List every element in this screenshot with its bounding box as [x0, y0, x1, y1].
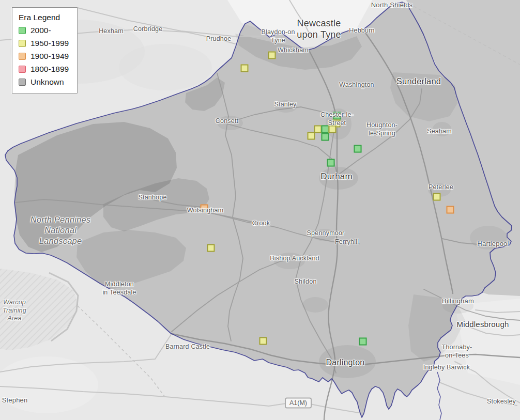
legend-swatch [19, 53, 26, 60]
legend-item: 1800-1899 [19, 65, 69, 74]
legend-items: 2000-1950-19991900-19491800-1899Unknown [19, 26, 69, 87]
legend-item: 1950-1999 [19, 39, 69, 48]
era-marker[interactable] [322, 126, 329, 133]
legend-item-label: Unknown [30, 77, 64, 87]
legend-swatch [19, 27, 26, 34]
era-marker[interactable] [308, 132, 315, 140]
legend-swatch [19, 40, 26, 47]
era-marker[interactable] [322, 133, 329, 141]
road-shield-label: A1(M) [289, 399, 307, 407]
era-marker[interactable] [433, 193, 441, 201]
era-marker[interactable] [354, 145, 362, 153]
legend-item: 2000- [19, 26, 69, 35]
era-marker[interactable] [314, 126, 322, 133]
era-marker[interactable] [327, 159, 335, 167]
legend-item-label: 1950-1999 [30, 39, 69, 48]
era-marker[interactable] [207, 244, 215, 252]
legend-swatch [19, 66, 26, 73]
map-canvas[interactable]: Newcastleupon TyneSunderlandDurhamDarlin… [0, 0, 520, 420]
era-marker[interactable] [201, 205, 208, 212]
legend-item: Unknown [19, 77, 69, 87]
legend-item-label: 1800-1899 [30, 65, 69, 74]
era-marker[interactable] [333, 112, 341, 120]
era-legend: Era Legend 2000-1950-19991900-19491800-1… [12, 7, 78, 94]
legend-item-label: 1900-1949 [30, 52, 69, 61]
legend-title: Era Legend [19, 13, 69, 22]
era-marker[interactable] [268, 52, 276, 59]
legend-item-label: 2000- [30, 26, 51, 35]
era-marker[interactable] [447, 206, 454, 214]
markers-layer [0, 0, 520, 420]
era-marker[interactable] [359, 338, 367, 346]
era-marker[interactable] [241, 65, 249, 72]
legend-swatch [19, 79, 26, 86]
legend-item: 1900-1949 [19, 52, 69, 61]
road-shield: A1(M) [285, 398, 312, 409]
era-marker[interactable] [259, 337, 267, 345]
era-marker[interactable] [329, 126, 337, 133]
